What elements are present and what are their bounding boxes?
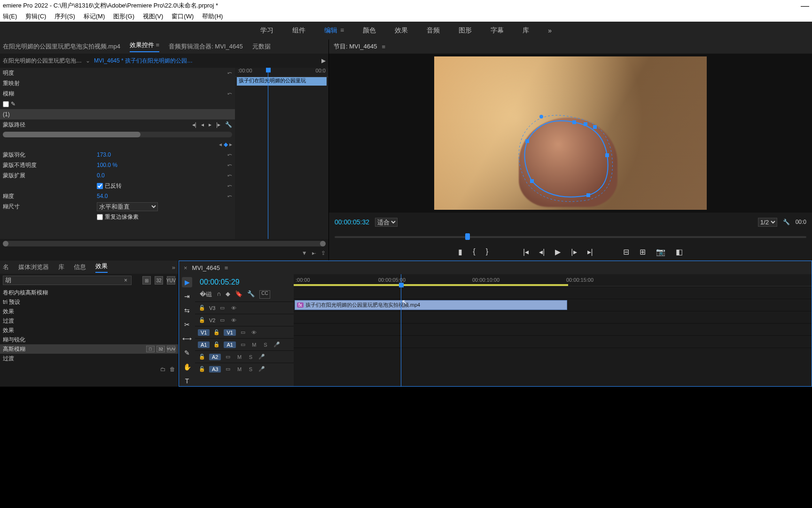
track-v2-row[interactable]: fx孩子们在阳光明媚的公园里玩肥皂泡实拍视频.mp4 ↖ <box>294 299 812 311</box>
comparison-icon[interactable]: ◧ <box>676 247 683 256</box>
fx-item[interactable]: 过渡 <box>0 316 178 325</box>
new-bin-icon[interactable]: 🗀 <box>160 366 166 373</box>
fx-item-gaussian-blur[interactable]: 高斯模糊 □ 32 YUV <box>0 344 178 354</box>
mark-in-icon[interactable]: ▮ <box>458 247 462 256</box>
audio-mixer-tab[interactable]: 音频剪辑混合器: MVI_4645 <box>169 42 243 51</box>
track-header-a1[interactable]: A1🔓A1▭MS🎤 <box>195 338 294 350</box>
fx-badge-accel-icon[interactable]: ⊞ <box>142 276 151 285</box>
marker-icon[interactable]: ◆ <box>226 290 230 299</box>
val-mask-opacity[interactable]: 100.0 % <box>97 162 117 168</box>
prop-mask-expand[interactable]: 蒙版扩展 <box>3 172 97 180</box>
lock-icon[interactable]: 🔓 <box>198 366 206 372</box>
close-tab-icon[interactable]: × <box>184 264 187 271</box>
fx-item[interactable]: 卷积内核高斯模糊 <box>0 288 178 297</box>
slip-tool-icon[interactable]: ⟷ <box>182 333 192 344</box>
sync-lock-icon[interactable]: ▭ <box>224 366 232 372</box>
menu-window[interactable]: 窗口(W) <box>172 12 194 21</box>
mute-button[interactable]: M <box>250 342 258 348</box>
prop-blurriness[interactable]: 糊度 <box>3 192 97 200</box>
prop-mask-opacity[interactable]: 蒙版不透明度 <box>3 161 97 169</box>
mask-1[interactable]: (1) <box>3 111 97 118</box>
fit-dropdown[interactable]: 适合 <box>375 218 398 227</box>
track-header-v1[interactable]: V1🔓V1▭👁 <box>195 326 294 338</box>
sync-lock-icon[interactable]: ▭ <box>224 354 232 360</box>
hand-tool-icon[interactable]: ✋ <box>182 362 192 372</box>
kf-prev-frame-icon[interactable]: ◂ <box>201 121 204 128</box>
eye-icon[interactable]: 👁 <box>229 305 238 311</box>
toggle-icon[interactable]: ▸· <box>312 250 316 256</box>
solo-button[interactable]: S <box>246 354 255 360</box>
prop-brightness[interactable]: 明度 <box>3 69 97 77</box>
menu-edit[interactable]: 辑(E) <box>3 12 17 21</box>
sync-lock-icon[interactable]: ▭ <box>239 329 247 335</box>
cc-icon[interactable]: CC <box>259 290 270 299</box>
prop-blur-dim[interactable]: 糊尺寸 <box>3 203 97 211</box>
mask-overlay[interactable] <box>518 113 621 202</box>
workspace-libraries[interactable]: 库 <box>523 26 529 35</box>
timeline-ruler[interactable]: :00:00 00:00:05:00 00:00:10:00 00:00:15:… <box>294 274 812 286</box>
tag-icon[interactable]: 🔖 <box>235 290 242 299</box>
kf-wrench-icon[interactable]: 🔧 <box>225 121 232 128</box>
sequence-name[interactable]: MVI_4645 <box>192 264 220 271</box>
media-browser-tab[interactable]: 媒体浏览器 <box>18 263 49 271</box>
step-back-icon[interactable]: ◂| <box>539 247 545 256</box>
clip[interactable]: fx孩子们在阳光明媚的公园里玩肥皂泡实拍视频.mp4 <box>295 300 567 310</box>
clear-search-icon[interactable]: × <box>124 277 127 284</box>
extract-icon[interactable]: ⊞ <box>640 247 646 256</box>
lock-icon[interactable]: 🔓 <box>212 329 221 335</box>
ripple-tool-icon[interactable]: ⇆ <box>182 305 192 316</box>
reset-icon[interactable]: ⤺ <box>227 193 232 199</box>
workspace-effects[interactable]: 效果 <box>395 26 408 35</box>
repeat-edge-checkbox[interactable] <box>97 214 103 220</box>
menu-help[interactable]: 帮助(H) <box>202 12 223 21</box>
fx-item[interactable]: 糊与锐化 <box>0 335 178 344</box>
effect-keyframe-timeline[interactable]: :00:0000:0 孩子们在阳光明媚的公园里玩 <box>235 68 328 239</box>
export-frame-icon[interactable]: 📷 <box>656 247 665 256</box>
go-to-in-icon[interactable]: |◂ <box>523 247 529 256</box>
panel-menu-icon[interactable]: ≡ <box>382 43 386 50</box>
mic-icon[interactable]: 🎤 <box>273 341 281 348</box>
go-to-out-icon[interactable]: ▸| <box>587 247 593 256</box>
sync-lock-icon[interactable]: ▭ <box>218 317 226 323</box>
workspace-color[interactable]: 颜色 <box>363 26 376 35</box>
kf-next-frame-icon[interactable]: |▸ <box>216 121 220 128</box>
track-a2-row[interactable] <box>294 335 812 348</box>
track-header-v3[interactable]: 🔓V3▭👁 <box>195 302 294 314</box>
effects-tab[interactable]: 效果 <box>95 262 108 273</box>
track-header-a2[interactable]: 🔓A2▭MS🎤 <box>195 350 294 363</box>
play-icon[interactable]: ▶ <box>321 57 326 64</box>
prop-blur[interactable]: 模糊 <box>3 90 97 98</box>
fx-item[interactable]: 过渡 <box>0 354 178 363</box>
step-fwd-icon[interactable]: |▸ <box>571 247 577 256</box>
selection-tool-icon[interactable]: ▶ <box>182 277 192 287</box>
hamburger-icon[interactable]: ≡ <box>340 26 344 34</box>
reset-icon[interactable]: ⤺ <box>227 151 232 158</box>
source-clip-name[interactable]: 在阳光明媚的公园里玩肥皂泡… <box>3 57 82 65</box>
lift-icon[interactable]: ⊟ <box>623 247 629 256</box>
timeline-playhead[interactable] <box>399 283 404 287</box>
pen-tool-icon[interactable]: ✎ <box>11 101 16 107</box>
track-a1-row[interactable] <box>294 323 812 335</box>
reset-icon[interactable]: ⤺ <box>227 172 232 179</box>
project-tab[interactable]: 名 <box>3 263 9 271</box>
track-header-a3[interactable]: 🔓A3▭MS🎤 <box>195 363 294 375</box>
track-select-tool-icon[interactable]: ⇥ <box>182 291 192 302</box>
track-header-v2[interactable]: 🔓V2▭👁 <box>195 314 294 326</box>
workspace-learn[interactable]: 学习 <box>260 26 273 35</box>
lock-icon[interactable]: 🔓 <box>198 354 206 360</box>
filter-icon[interactable]: ▼ <box>302 250 307 256</box>
effect-controls-tab[interactable]: 效果控件 ≡ <box>130 41 159 52</box>
chevron-down-icon[interactable]: ⌄ <box>86 57 90 64</box>
in-point-icon[interactable]: { <box>473 247 475 256</box>
snap-icon[interactable]: �磁 <box>200 290 212 299</box>
lock-icon[interactable]: 🔓 <box>212 341 221 348</box>
sequence-clip-link[interactable]: MVI_4645 * 孩子们在阳光明媚的公园里… <box>94 57 197 65</box>
scrub-playhead[interactable] <box>465 233 470 240</box>
track-a3-row[interactable] <box>294 348 812 360</box>
fx-item[interactable]: 效果 <box>0 307 178 316</box>
ec-hscroll[interactable] <box>3 241 326 246</box>
workspace-overflow[interactable]: » <box>548 27 552 34</box>
sync-lock-icon[interactable]: ▭ <box>218 305 226 311</box>
fx-badge-yuv-icon[interactable]: YUV <box>167 276 175 285</box>
minimize-button[interactable]: — <box>801 1 809 11</box>
